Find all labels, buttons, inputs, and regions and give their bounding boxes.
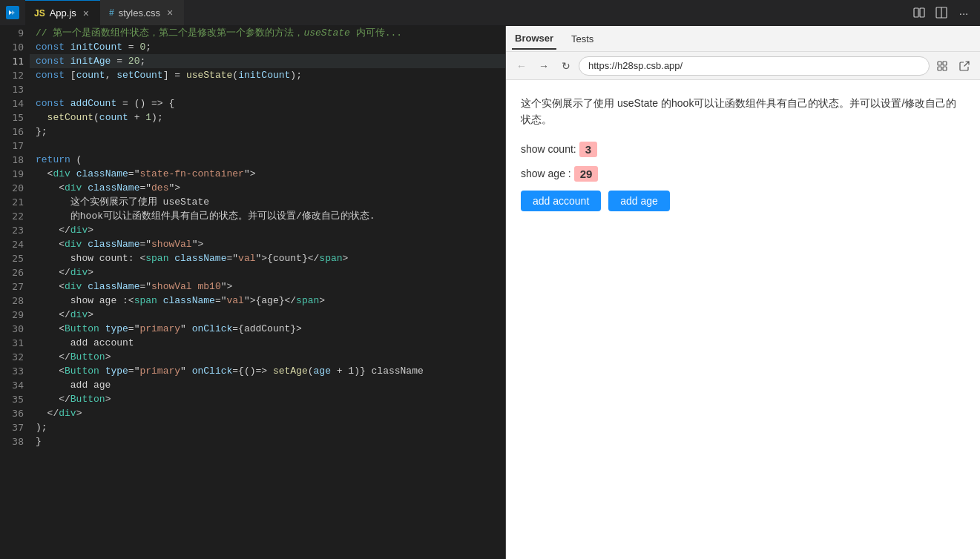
- tab-bar: JS App.js × # styles.css × ···: [0, 0, 980, 26]
- code-line-17: [30, 139, 505, 153]
- code-line-30: <Button type="primary" onClick={addCount…: [30, 322, 505, 336]
- show-age-label: show age :: [521, 168, 571, 179]
- tab-tests[interactable]: Tests: [568, 29, 596, 49]
- nav-forward-button[interactable]: →: [534, 56, 553, 76]
- line-num-9: 9: [0, 26, 30, 40]
- line-num-20: 20: [0, 181, 30, 195]
- line-num-23: 23: [0, 223, 30, 237]
- js-icon: JS: [34, 8, 45, 19]
- line-num-34: 34: [0, 378, 30, 392]
- code-line-25: show count: <span className="val">{count…: [30, 251, 505, 265]
- tab-app-js-label: App.js: [50, 7, 76, 19]
- show-count-label: show count:: [521, 143, 576, 155]
- browser-tabs: Browser Tests: [506, 26, 980, 52]
- code-line-21: 这个实例展示了使用 useState: [30, 195, 505, 209]
- more-options-icon[interactable]: ···: [953, 2, 974, 23]
- line-num-21: 21: [0, 195, 30, 209]
- svg-rect-4: [938, 62, 941, 65]
- code-line-33: <Button type="primary" onClick={()=> set…: [30, 364, 505, 378]
- show-count-row: show count: 3: [521, 142, 965, 157]
- code-line-24: <div className="showVal">: [30, 237, 505, 251]
- line-num-24: 24: [0, 237, 30, 251]
- line-num-19: 19: [0, 167, 30, 181]
- browser-content: 这个实例展示了使用 useState 的hook可以让函数组件具有自己的状态。并…: [506, 80, 980, 559]
- code-line-19: <div className="state-fn-container">: [30, 167, 505, 181]
- code-content: // 第一个是函数组件状态，第二个是修改第一个参数的方法，useState 内可…: [30, 26, 505, 449]
- svg-rect-0: [914, 8, 918, 17]
- line-num-30: 30: [0, 322, 30, 336]
- code-line-9: // 第一个是函数组件状态，第二个是修改第一个参数的方法，useState 内可…: [30, 26, 505, 40]
- nav-refresh-button[interactable]: ↻: [556, 56, 576, 76]
- code-line-23: </div>: [30, 223, 505, 237]
- add-age-button[interactable]: add age: [608, 191, 670, 211]
- code-line-27: <div className="showVal mb10">: [30, 280, 505, 294]
- line-num-37: 37: [0, 420, 30, 434]
- code-line-15: setCount(count + 1);: [30, 110, 505, 125]
- add-account-button[interactable]: add account: [521, 191, 601, 211]
- line-numbers: 9 10 11 12 13 14 15 16 17 18 19 20 21 22…: [0, 26, 30, 559]
- line-num-13: 13: [0, 82, 30, 96]
- svg-rect-5: [943, 62, 947, 65]
- line-num-36: 36: [0, 406, 30, 420]
- code-line-26: </div>: [30, 265, 505, 280]
- layout-icon[interactable]: [931, 2, 952, 23]
- svg-rect-6: [938, 67, 941, 70]
- line-num-18: 18: [0, 153, 30, 167]
- browser-nav: ← → ↻: [506, 52, 980, 80]
- line-num-25: 25: [0, 251, 30, 265]
- svg-rect-1: [920, 8, 924, 17]
- line-num-29: 29: [0, 308, 30, 322]
- line-num-32: 32: [0, 350, 30, 364]
- tab-app-js-close[interactable]: ×: [81, 6, 91, 21]
- vscode-logo: [6, 6, 19, 19]
- code-editor[interactable]: // 第一个是函数组件状态，第二个是修改第一个参数的方法，useState 内可…: [30, 26, 505, 559]
- main-area: 9 10 11 12 13 14 15 16 17 18 19 20 21 22…: [0, 26, 980, 559]
- browser-panel: Browser Tests ← → ↻: [505, 26, 980, 559]
- age-value: 29: [574, 166, 599, 182]
- code-line-12: const [count, setCount] = useState(initC…: [30, 68, 505, 82]
- nav-actions: [933, 56, 974, 76]
- line-num-12: 12: [0, 68, 30, 82]
- line-num-11: 11: [0, 54, 30, 68]
- line-num-31: 31: [0, 336, 30, 350]
- svg-rect-7: [943, 67, 947, 70]
- line-num-27: 27: [0, 280, 30, 294]
- code-line-11: const initAge = 20;: [30, 54, 505, 68]
- code-line-38: }: [30, 434, 505, 449]
- browser-settings-icon[interactable]: [933, 56, 952, 76]
- code-line-20: <div className="des">: [30, 181, 505, 195]
- count-value: 3: [579, 142, 597, 157]
- line-num-14: 14: [0, 96, 30, 110]
- code-line-34: add age: [30, 378, 505, 392]
- code-line-22: 的hook可以让函数组件具有自己的状态。并可以设置/修改自己的状态.: [30, 209, 505, 223]
- line-num-17: 17: [0, 139, 30, 153]
- line-num-28: 28: [0, 294, 30, 308]
- description-text: 这个实例展示了使用 useState 的hook可以让函数组件具有自己的状态。并…: [521, 95, 965, 128]
- code-line-14: const addCount = () => {: [30, 96, 505, 110]
- tab-app-js[interactable]: JS App.js ×: [25, 0, 100, 25]
- code-line-35: </Button>: [30, 392, 505, 406]
- line-num-22: 22: [0, 209, 30, 223]
- tab-styles-css-label: styles.css: [119, 7, 160, 19]
- tab-styles-css-close[interactable]: ×: [165, 5, 175, 20]
- code-line-29: </div>: [30, 308, 505, 322]
- code-line-32: </Button>: [30, 350, 505, 364]
- css-icon: #: [109, 7, 114, 18]
- line-num-15: 15: [0, 110, 30, 125]
- code-line-28: show age :<span className="val">{age}</s…: [30, 294, 505, 308]
- line-num-16: 16: [0, 125, 30, 139]
- tab-bar-right-actions: ···: [909, 0, 980, 25]
- split-editor-icon[interactable]: [909, 2, 930, 23]
- tab-browser[interactable]: Browser: [512, 28, 556, 50]
- show-age-row: show age : 29: [521, 166, 965, 182]
- code-line-18: return (: [30, 153, 505, 167]
- code-line-16: };: [30, 125, 505, 139]
- line-num-35: 35: [0, 392, 30, 406]
- tab-styles-css[interactable]: # styles.css ×: [100, 0, 184, 25]
- code-line-10: const initCount = 0;: [30, 40, 505, 54]
- tabs-container: JS App.js × # styles.css ×: [25, 0, 184, 25]
- nav-back-button[interactable]: ←: [512, 56, 531, 76]
- url-bar[interactable]: [579, 56, 930, 76]
- browser-open-icon[interactable]: [955, 56, 974, 76]
- line-num-10: 10: [0, 40, 30, 54]
